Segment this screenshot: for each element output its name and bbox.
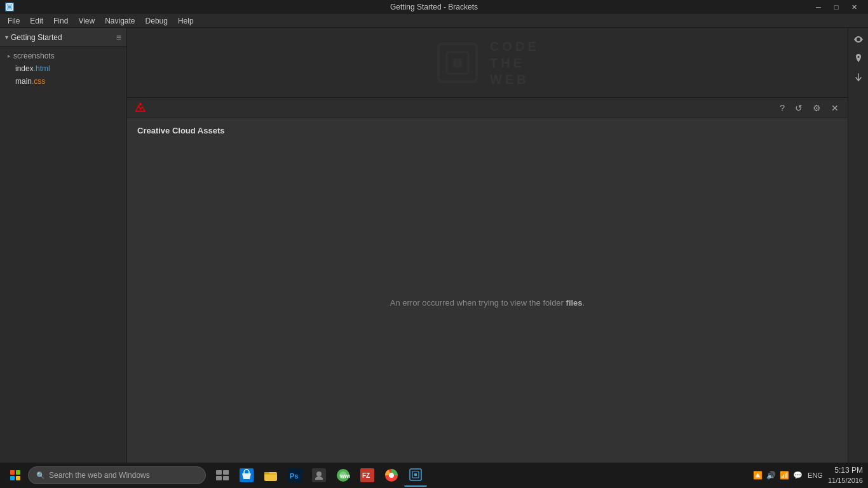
- cc-panel-header-left: [133, 101, 147, 115]
- sidebar-title[interactable]: ▾ Getting Started: [5, 33, 62, 42]
- svg-rect-30: [414, 473, 417, 476]
- explorer-app-button[interactable]: [259, 464, 282, 487]
- svg-rect-9: [216, 470, 222, 475]
- tray-arrow-icon[interactable]: 🔼: [753, 471, 763, 480]
- close-panel-button[interactable]: ✕: [829, 102, 841, 114]
- taskbar-language: ENG: [808, 471, 823, 479]
- cc-error-message: An error occurred when trying to view th…: [390, 298, 585, 308]
- svg-point-6: [139, 103, 142, 105]
- taskbar-time-value: 5:13 PM: [828, 465, 863, 476]
- photoshop-app-button[interactable]: Ps: [283, 464, 306, 487]
- svg-text:www: www: [339, 473, 350, 479]
- settings-button[interactable]: ⚙: [810, 102, 824, 114]
- adobe-cc-icon: [133, 101, 147, 115]
- taskbar-search-placeholder: Search the web and Windows: [49, 471, 150, 480]
- right-toolbar: [848, 28, 868, 463]
- title-bar: Getting Started - Brackets ─ □ ✕: [0, 0, 868, 14]
- editor-area: CODE THE WEB: [127, 28, 848, 463]
- svg-rect-10: [223, 470, 229, 475]
- svg-point-8: [857, 56, 859, 58]
- app-icon: [5, 3, 14, 11]
- start-button[interactable]: [5, 465, 25, 485]
- menu-debug[interactable]: Debug: [140, 15, 173, 27]
- cc-panel-title: Creative Cloud Assets: [127, 118, 848, 143]
- sidebar-menu-button[interactable]: ≡: [116, 32, 121, 43]
- menu-file[interactable]: File: [3, 15, 25, 27]
- title-bar-left: [5, 3, 14, 11]
- cc-panel-header: ? ↺ ⚙ ✕: [127, 98, 848, 118]
- task-view-button[interactable]: [211, 464, 234, 487]
- svg-text:FZ: FZ: [362, 472, 370, 479]
- error-text-strong: files: [566, 298, 583, 308]
- window-title: Getting Started - Brackets: [390, 3, 478, 11]
- logo-text-line3: WEB: [490, 71, 539, 88]
- editor-header: CODE THE WEB: [127, 28, 848, 98]
- folder-label: screenshots: [13, 51, 55, 60]
- taskbar-apps: Ps www FZ: [211, 464, 427, 487]
- menu-find[interactable]: Find: [48, 15, 73, 27]
- menu-bar: File Edit Find View Navigate Debug Help: [0, 14, 868, 28]
- taskbar-right: 🔼 🔊 📶 💬 ENG 5:13 PM 11/15/2016: [753, 465, 863, 485]
- pin-button[interactable]: [850, 50, 867, 67]
- menu-navigate[interactable]: Navigate: [100, 15, 140, 27]
- network-icon[interactable]: 📶: [780, 471, 789, 480]
- cc-panel-content: An error occurred when trying to view th…: [127, 143, 848, 463]
- live-preview-button[interactable]: [850, 30, 867, 48]
- menu-edit[interactable]: Edit: [25, 15, 48, 27]
- sidebar-arrow-icon: ▾: [5, 34, 8, 41]
- refresh-button[interactable]: ↺: [792, 102, 805, 114]
- folder-screenshots[interactable]: ▸ screenshots: [0, 50, 126, 62]
- minimize-button[interactable]: ─: [810, 0, 827, 14]
- sidebar: ▾ Getting Started ≡ ▸ screenshots index.…: [0, 28, 127, 463]
- windows-icon: [10, 470, 20, 480]
- search-icon: 🔍: [36, 471, 45, 480]
- github-app-button[interactable]: [308, 464, 330, 487]
- error-text-before: An error occurred when trying to view th…: [390, 298, 566, 308]
- store-app-button[interactable]: [235, 464, 258, 487]
- svg-text:Ps: Ps: [290, 472, 298, 480]
- svg-rect-1: [8, 5, 11, 9]
- filezilla-app-button[interactable]: FZ: [356, 464, 379, 487]
- taskbar: 🔍 Search the web and Windows: [0, 463, 868, 488]
- svg-rect-15: [264, 472, 269, 474]
- volume-icon[interactable]: 🔊: [766, 471, 776, 480]
- file-html-name: index.html: [15, 64, 50, 73]
- logo-text-line1: CODE: [490, 38, 539, 55]
- sidebar-title-text: Getting Started: [11, 33, 62, 42]
- sidebar-header: ▾ Getting Started ≡: [0, 28, 126, 47]
- cc-panel: ? ↺ ⚙ ✕ Creative Cloud Assets An error o…: [127, 98, 848, 463]
- maximize-button[interactable]: □: [827, 0, 845, 14]
- notification-icon[interactable]: 💬: [793, 471, 803, 480]
- system-tray-icons: 🔼 🔊 📶 💬: [753, 471, 803, 480]
- svg-rect-4: [453, 58, 462, 67]
- brackets-app-button[interactable]: [404, 464, 427, 487]
- chrome-app-button[interactable]: [380, 464, 403, 487]
- error-text-after: .: [583, 298, 585, 308]
- help-button[interactable]: ?: [777, 102, 787, 114]
- cc-panel-header-right: ? ↺ ⚙ ✕: [777, 102, 841, 114]
- svg-point-7: [857, 39, 859, 41]
- file-css-name: main.css: [15, 77, 45, 86]
- close-button[interactable]: ✕: [845, 0, 863, 14]
- menu-view[interactable]: View: [73, 15, 100, 27]
- browser-app-button[interactable]: www: [332, 464, 355, 487]
- main-container: ▾ Getting Started ≡ ▸ screenshots index.…: [0, 28, 868, 463]
- taskbar-clock[interactable]: 5:13 PM 11/15/2016: [828, 465, 863, 485]
- svg-rect-11: [216, 476, 222, 480]
- svg-rect-12: [223, 476, 229, 480]
- arrow-down-button[interactable]: [850, 69, 867, 86]
- taskbar-date-value: 11/15/2016: [828, 476, 863, 485]
- svg-point-19: [316, 471, 322, 477]
- title-bar-controls: ─ □ ✕: [810, 0, 863, 14]
- sidebar-tree: ▸ screenshots index.html main.css: [0, 47, 126, 90]
- svg-point-26: [389, 473, 394, 478]
- brackets-logo: CODE THE WEB: [435, 38, 539, 88]
- folder-arrow-icon: ▸: [8, 53, 11, 59]
- file-index-html[interactable]: index.html: [0, 62, 126, 75]
- file-main-css[interactable]: main.css: [0, 75, 126, 88]
- menu-help[interactable]: Help: [173, 15, 199, 27]
- taskbar-search[interactable]: 🔍 Search the web and Windows: [28, 466, 206, 484]
- logo-text-line2: THE: [490, 55, 539, 71]
